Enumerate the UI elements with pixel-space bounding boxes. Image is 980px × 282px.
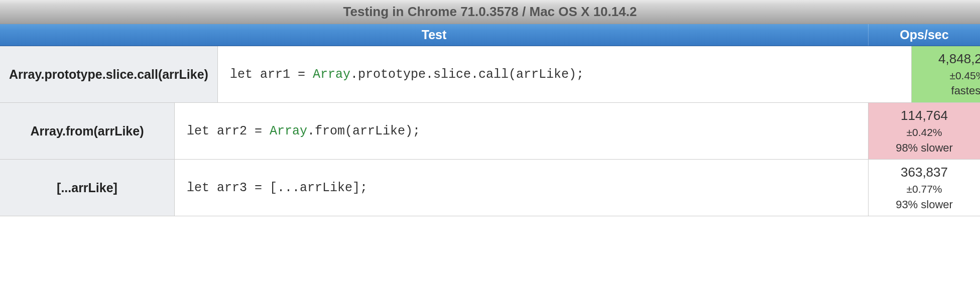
ops-margin: ±0.45% [949, 69, 980, 83]
header-ops: Ops/sec [869, 24, 980, 46]
ops-value: 114,764 [901, 107, 948, 124]
table-row: [...arrLike] let arr3 = [...arrLike]; 36… [0, 160, 980, 216]
test-ops: 363,837 ±0.77% 93% slower [869, 160, 980, 216]
table-row: Array.prototype.slice.call(arrLike) let … [0, 46, 980, 103]
table-row: Array.from(arrLike) let arr2 = Array.fro… [0, 103, 980, 160]
ops-status: fastest [951, 83, 980, 98]
ops-status: 98% slower [896, 140, 953, 156]
code-object: Array [313, 67, 350, 82]
ops-margin: ±0.77% [906, 182, 942, 196]
ops-status: 93% slower [896, 197, 953, 212]
code-prefix: let arr1 = [230, 67, 313, 82]
title-bar: Testing in Chrome 71.0.3578 / Mac OS X 1… [0, 0, 980, 24]
ops-margin: ±0.42% [906, 125, 942, 139]
code-object: Array [270, 124, 307, 138]
test-name: [...arrLike] [0, 160, 175, 216]
header-test: Test [0, 24, 869, 46]
code-prefix: let arr3 = [...arrLike]; [187, 181, 368, 195]
test-code: let arr1 = Array.prototype.slice.call(ar… [218, 46, 912, 102]
ops-value: 363,837 [901, 164, 948, 181]
test-code: let arr2 = Array.from(arrLike); [175, 103, 869, 159]
benchmark-table: Testing in Chrome 71.0.3578 / Mac OS X 1… [0, 0, 980, 216]
code-suffix: .from(arrLike); [307, 124, 420, 138]
test-code: let arr3 = [...arrLike]; [175, 160, 869, 216]
test-name: Array.from(arrLike) [0, 103, 175, 159]
code-prefix: let arr2 = [187, 124, 270, 138]
test-ops: 114,764 ±0.42% 98% slower [869, 103, 980, 159]
ops-value: 4,848,248 [938, 50, 980, 68]
header-row: Test Ops/sec [0, 24, 980, 46]
test-name: Array.prototype.slice.call(arrLike) [0, 46, 218, 102]
test-ops: 4,848,248 ±0.45% fastest [912, 46, 980, 102]
title-text: Testing in Chrome 71.0.3578 / Mac OS X 1… [343, 4, 637, 19]
code-suffix: .prototype.slice.call(arrLike); [350, 67, 584, 82]
